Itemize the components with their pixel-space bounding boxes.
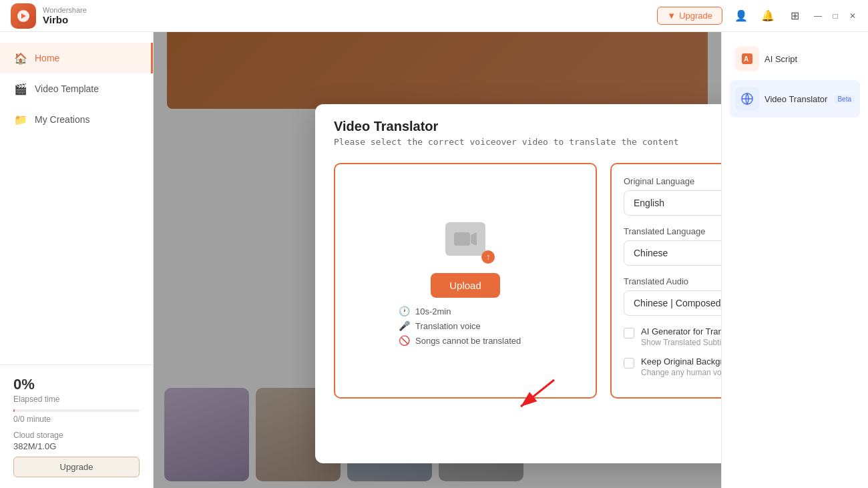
sidebar-item-home[interactable]: 🏠 Home — [0, 43, 153, 73]
translated-audio-select[interactable]: Chinese | Composed | Introduction — [624, 290, 721, 316]
upload-arrow-icon: ↑ — [481, 250, 495, 264]
time-value: 0/0 minute — [13, 415, 140, 424]
translated-language-label: Translated Language — [624, 226, 721, 236]
bgm-checkbox-sub: Change any human voices but keep origina… — [641, 368, 721, 377]
storage-value: 382M/1.0G — [13, 441, 140, 451]
dialog-header: Video Translator Please select the corre… — [315, 104, 721, 152]
user-icon[interactable]: 👤 — [733, 8, 749, 24]
bgm-checkbox[interactable] — [624, 358, 634, 369]
upload-area: ↑ Upload 🕐 10s-2min 🎤 Translation voice — [334, 163, 597, 399]
hint-voice: 🎤 Translation voice — [399, 320, 532, 331]
maximize-button[interactable]: □ — [831, 11, 840, 21]
beta-badge: Beta — [834, 95, 855, 103]
original-language-label: Original Language — [624, 176, 721, 186]
ai-script-label: AI Script — [765, 54, 797, 64]
progress-bar-fill — [13, 409, 15, 412]
window-controls: — □ ✕ — [813, 11, 857, 21]
sidebar-label-video-template: Video Template — [35, 83, 99, 94]
right-panel-video-translator[interactable]: Video Translator Beta — [730, 80, 860, 117]
settings-area: Original Language English Chinese Spanis… — [610, 163, 721, 399]
upload-hints: 🕐 10s-2min 🎤 Translation voice 🚫 Songs c… — [399, 306, 532, 346]
translated-language-select-wrapper: Chinese English Spanish ▼ — [624, 240, 721, 266]
elapsed-label: Elapsed time — [13, 395, 140, 404]
no-songs-icon: 🚫 — [399, 335, 410, 346]
sidebar-label-my-creations: My Creations — [35, 114, 89, 125]
my-creations-icon: 📁 — [13, 112, 28, 127]
ai-script-icon: A — [735, 47, 759, 71]
title-bar-right: ▼ Upgrade 👤 🔔 ⊞ — □ ✕ — [657, 7, 857, 25]
brand-bottom: Virbo — [43, 14, 87, 25]
bgm-checkbox-row: Keep Original Background Music Change an… — [624, 356, 721, 377]
video-template-icon: 🎬 — [13, 81, 28, 96]
mic-icon: 🎤 — [399, 320, 410, 331]
minimize-button[interactable]: — — [813, 11, 823, 21]
home-icon: 🏠 — [13, 51, 28, 65]
dialog-title: Video Translator — [334, 119, 721, 134]
dialog-footer: Translate — [315, 415, 721, 463]
sidebar: 🏠 Home 🎬 Video Template 📁 My Creations 0… — [0, 32, 154, 488]
progress-value: 0% — [13, 376, 140, 393]
content-area: 🏠 Home 🎬 Video Template 📁 My Creations 0… — [0, 32, 868, 488]
translated-language-select[interactable]: Chinese English Spanish — [624, 240, 721, 266]
original-language-select[interactable]: English Chinese Spanish — [624, 190, 721, 216]
subtitle-checkbox-row: AI Generator for Translated Subtitles Sh… — [624, 326, 721, 347]
sidebar-label-home: Home — [35, 53, 59, 63]
storage-upgrade-button[interactable]: Upgrade — [13, 457, 140, 477]
progress-bar-bg — [13, 409, 140, 412]
title-bar-left: Wondershare Virbo — [11, 3, 87, 29]
subtitle-checkbox-text: AI Generator for Translated Subtitles Sh… — [641, 326, 721, 347]
sidebar-item-video-template[interactable]: 🎬 Video Template — [0, 73, 153, 104]
video-translator-icon — [735, 87, 759, 111]
brand-top: Wondershare — [43, 6, 87, 14]
subtitle-checkbox-main: AI Generator for Translated Subtitles — [641, 326, 721, 336]
app-name: Wondershare Virbo — [43, 6, 87, 25]
original-language-select-wrapper: English Chinese Spanish ▼ — [624, 190, 721, 216]
video-translator-dialog: Video Translator Please select the corre… — [315, 104, 721, 463]
translated-audio-label: Translated Audio — [624, 276, 721, 286]
svg-rect-4 — [454, 232, 470, 246]
svg-text:A: A — [744, 55, 748, 63]
svg-marker-5 — [471, 232, 477, 246]
bgm-checkbox-main: Keep Original Background Music — [641, 356, 721, 367]
app-container: Wondershare Virbo ▼ Upgrade 👤 🔔 ⊞ — □ ✕ … — [0, 0, 868, 488]
subtitle-checkbox[interactable] — [624, 328, 634, 338]
hint-duration: 🕐 10s-2min — [399, 306, 532, 316]
subtitle-checkbox-sub: Show Translated Subtitles — [641, 338, 721, 347]
app-logo — [11, 3, 36, 29]
video-camera-icon — [445, 222, 485, 256]
upload-button[interactable]: Upload — [431, 273, 500, 298]
right-panel-ai-script[interactable]: A AI Script — [730, 40, 860, 77]
main-area: 📷 🖼️ s-Designer Video Translator Please … — [154, 32, 721, 488]
clock-icon: 🕐 — [399, 306, 410, 316]
grid-icon[interactable]: ⊞ — [787, 8, 803, 24]
upgrade-button[interactable]: ▼ Upgrade — [657, 7, 722, 25]
dialog-subtitle: Please select the correct voiceover vide… — [334, 137, 721, 147]
storage-label: Cloud storage — [13, 431, 140, 440]
dialog-body: ↑ Upload 🕐 10s-2min 🎤 Translation voice — [315, 152, 721, 415]
hint-voice-text: Translation voice — [415, 321, 481, 331]
bgm-checkbox-text: Keep Original Background Music Change an… — [641, 356, 721, 377]
close-button[interactable]: ✕ — [848, 11, 857, 21]
hint-no-songs: 🚫 Songs cannot be translated — [399, 335, 532, 346]
notification-icon[interactable]: 🔔 — [760, 8, 776, 24]
title-bar: Wondershare Virbo ▼ Upgrade 👤 🔔 ⊞ — □ ✕ — [0, 0, 868, 32]
hint-duration-text: 10s-2min — [415, 306, 451, 316]
right-panel: A AI Script Video Translator Beta — [721, 32, 868, 488]
video-translator-label: Video Translator — [765, 94, 827, 104]
stats-panel: 0% Elapsed time 0/0 minute Cloud storage… — [0, 364, 154, 488]
hint-no-songs-text: Songs cannot be translated — [415, 336, 521, 346]
upload-icon-container: ↑ — [439, 216, 492, 262]
sidebar-item-my-creations[interactable]: 📁 My Creations — [0, 104, 153, 135]
translated-audio-select-wrapper: Chinese | Composed | Introduction ▼ — [624, 290, 721, 316]
